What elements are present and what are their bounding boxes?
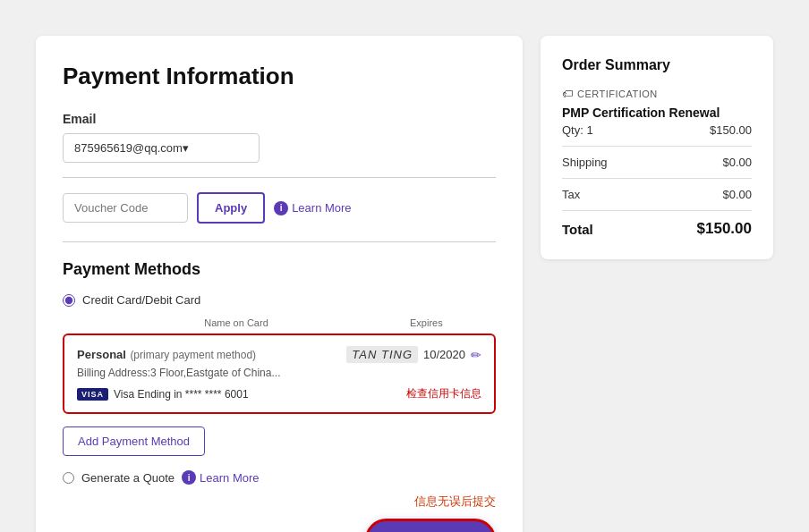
left-panel: Payment Information Email 875965619@qq.c…	[36, 36, 523, 532]
payment-methods-title: Payment Methods	[63, 260, 496, 279]
card-personal-label: Personal	[77, 348, 126, 361]
card-name-value: TAN TING	[346, 346, 418, 363]
visa-ending: Visa Ending in **** **** 6001	[114, 388, 249, 401]
divider-3	[562, 210, 752, 211]
credit-card-radio-row: Credit Card/Debit Card	[63, 293, 496, 307]
confirm-text: 信息无误后提交	[63, 494, 496, 510]
card-bottom-row: VISA Visa Ending in **** **** 6001 检查信用卡…	[77, 386, 481, 401]
divider-1	[562, 146, 752, 147]
shipping-value: $0.00	[722, 156, 752, 169]
check-card-link[interactable]: 检查信用卡信息	[406, 386, 481, 401]
generate-learn-more-label: Learn More	[200, 471, 259, 485]
visa-logo: VISA	[77, 388, 108, 401]
add-payment-button[interactable]: Add Payment Method	[63, 426, 205, 456]
shipping-label: Shipping	[562, 156, 608, 169]
credit-card-label: Credit Card/Debit Card	[82, 293, 200, 307]
info-icon-2: i	[182, 470, 196, 485]
total-value: $150.00	[697, 220, 752, 238]
voucher-learn-more-link[interactable]: i Learn More	[274, 201, 351, 215]
card-name-expires: TAN TING 10/2020 ✏	[346, 346, 481, 363]
card-box: Personal (primary payment method) TAN TI…	[63, 334, 496, 414]
email-label: Email	[63, 112, 496, 126]
place-order-button[interactable]: Place Order	[365, 519, 496, 532]
tax-label: Tax	[562, 188, 580, 201]
payment-methods-section: Payment Methods Credit Card/Debit Card N…	[63, 260, 496, 532]
card-expires-value: 10/2020	[423, 348, 465, 361]
email-select[interactable]: 875965619@qq.com ▾	[63, 133, 260, 163]
cert-name: PMP Certification Renewal	[562, 106, 752, 120]
tax-value: $0.00	[722, 188, 752, 201]
generate-quote-row: Generate a Quote i Learn More	[63, 470, 496, 485]
cert-icon: 🏷	[562, 88, 573, 100]
place-order-wrapper: Place Order	[63, 519, 496, 532]
voucher-input[interactable]	[63, 193, 188, 223]
voucher-row: Apply i Learn More	[63, 192, 496, 242]
voucher-learn-more-label: Learn More	[292, 201, 351, 215]
visa-badge: VISA Visa Ending in **** **** 6001	[77, 388, 249, 401]
apply-button[interactable]: Apply	[197, 192, 265, 224]
email-section: Email 875965619@qq.com ▾	[63, 112, 496, 178]
tax-row: Tax $0.00	[562, 188, 752, 201]
generate-quote-radio[interactable]	[63, 472, 74, 484]
email-value: 875965619@qq.com	[74, 141, 183, 155]
qty-label: Qty: 1	[562, 123, 593, 137]
chevron-down-icon: ▾	[183, 141, 248, 155]
order-summary-title: Order Summary	[562, 57, 752, 73]
total-label: Total	[562, 222, 593, 237]
edit-icon[interactable]: ✏	[471, 348, 481, 362]
page-title: Payment Information	[63, 63, 496, 90]
cert-badge: 🏷 CERTIFICATION	[562, 88, 752, 100]
card-personal-info: Personal (primary payment method)	[77, 346, 256, 362]
expires-header: Expires	[410, 317, 481, 328]
cert-type-label: CERTIFICATION	[577, 89, 658, 99]
credit-card-radio[interactable]	[63, 294, 75, 307]
shipping-row: Shipping $0.00	[562, 156, 752, 169]
qty-value: $150.00	[710, 123, 752, 137]
generate-learn-more-link[interactable]: i Learn More	[182, 470, 259, 485]
info-icon: i	[274, 201, 288, 215]
card-primary-badge: (primary payment method)	[130, 349, 256, 361]
divider-2	[562, 178, 752, 179]
right-panel: Order Summary 🏷 CERTIFICATION PMP Certif…	[541, 36, 773, 259]
card-billing: Billing Address:3 Floor,Eastgate of Chin…	[77, 367, 481, 379]
qty-row: Qty: 1 $150.00	[562, 123, 752, 137]
generate-quote-label: Generate a Quote	[81, 471, 175, 485]
name-on-card-header: Name on Card	[63, 317, 410, 328]
total-row: Total $150.00	[562, 220, 752, 238]
card-top-row: Personal (primary payment method) TAN TI…	[77, 346, 481, 363]
